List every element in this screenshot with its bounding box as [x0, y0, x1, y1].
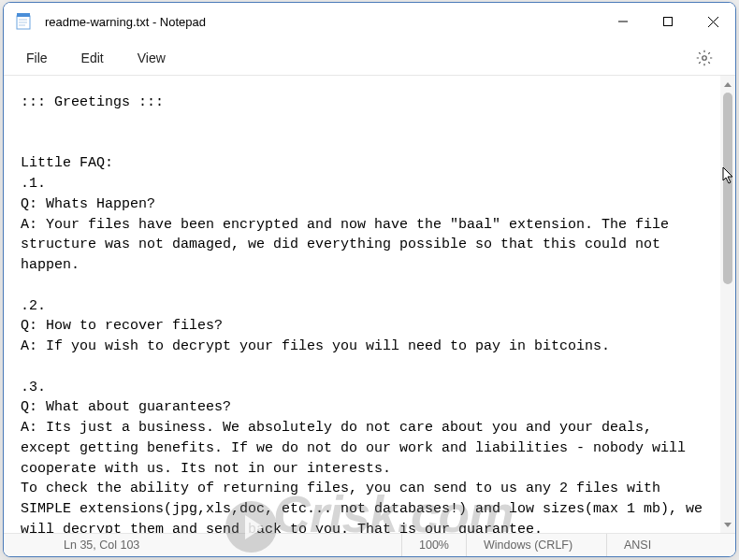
maximize-button[interactable] [645, 3, 690, 40]
mouse-cursor-icon [722, 166, 735, 185]
titlebar[interactable]: readme-warning.txt - Notepad [4, 3, 735, 40]
minimize-button[interactable] [601, 3, 645, 40]
status-zoom: 100% [401, 534, 466, 556]
notepad-icon [15, 13, 32, 30]
close-icon [708, 17, 718, 27]
notepad-window: readme-warning.txt - Notepad File Edit V… [3, 2, 736, 557]
statusbar: Ln 35, Col 103 100% Windows (CRLF) ANSI [4, 533, 735, 556]
chevron-up-icon [724, 82, 732, 87]
menu-view[interactable]: View [121, 45, 182, 71]
menubar: File Edit View [4, 40, 735, 76]
scroll-up-arrow[interactable] [720, 76, 735, 93]
gear-icon [696, 50, 713, 66]
status-encoding: ANSI [606, 534, 728, 556]
settings-button[interactable] [687, 43, 722, 73]
menu-edit[interactable]: Edit [65, 45, 121, 71]
status-position: Ln 35, Col 103 [11, 534, 156, 556]
svg-rect-1 [17, 13, 30, 17]
window-controls [601, 3, 735, 40]
scroll-thumb[interactable] [723, 93, 732, 284]
text-editor[interactable]: ::: Greetings ::: Little FAQ: .1. Q: Wha… [4, 76, 720, 533]
svg-rect-6 [664, 18, 673, 26]
window-title: readme-warning.txt - Notepad [45, 15, 601, 29]
status-eol: Windows (CRLF) [466, 534, 606, 556]
menu-file[interactable]: File [9, 45, 65, 71]
chevron-down-icon [724, 523, 732, 527]
minimize-icon [618, 17, 628, 26]
maximize-icon [663, 17, 673, 26]
vertical-scrollbar[interactable] [720, 76, 735, 533]
content-area: ::: Greetings ::: Little FAQ: .1. Q: Wha… [4, 76, 735, 533]
scroll-down-arrow[interactable] [720, 516, 735, 533]
close-button[interactable] [690, 3, 735, 40]
svg-point-9 [703, 55, 707, 60]
